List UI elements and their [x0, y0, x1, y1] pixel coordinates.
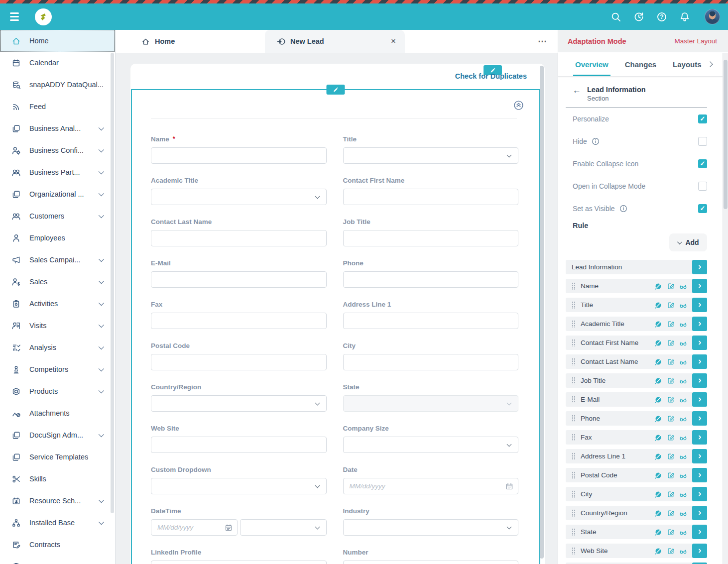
open-details-button[interactable]: [692, 430, 707, 445]
tab-home[interactable]: Home: [141, 37, 175, 46]
sidebar-item-business-part[interactable]: Business Part...: [0, 161, 115, 183]
hide-icon[interactable]: [654, 339, 662, 347]
chevron-down-icon[interactable]: [99, 125, 104, 130]
sidebar-item-installed-base[interactable]: Installed Base: [0, 512, 115, 534]
menu-icon[interactable]: [10, 11, 23, 22]
info-icon[interactable]: [619, 205, 627, 213]
chevron-down-icon[interactable]: [99, 497, 104, 503]
chevron-down-icon[interactable]: [99, 213, 104, 218]
hide-icon[interactable]: [654, 509, 662, 517]
history-icon[interactable]: [633, 11, 645, 23]
edit-icon[interactable]: [667, 282, 675, 290]
check-for-duplicates-button[interactable]: Check for Duplicates: [455, 72, 527, 80]
open-in-collapse-mode-checkbox[interactable]: [698, 182, 707, 191]
open-details-button[interactable]: [692, 279, 707, 293]
custom-dropdown-select[interactable]: [151, 478, 327, 494]
add-rule-button[interactable]: Add: [669, 233, 707, 251]
hide-icon[interactable]: [654, 358, 662, 366]
drag-handle-icon[interactable]: [572, 301, 576, 309]
tab-new-lead[interactable]: New Lead ×: [265, 30, 405, 53]
user-avatar[interactable]: [705, 9, 720, 24]
country-region-select[interactable]: [151, 395, 327, 412]
edit-icon[interactable]: [667, 452, 675, 460]
sidebar-item-business-confi[interactable]: Business Confi...: [0, 139, 115, 161]
drag-handle-icon[interactable]: [572, 452, 576, 460]
address-line-1-input[interactable]: [343, 313, 519, 329]
edit-icon[interactable]: [667, 434, 675, 442]
sidebar-item-activities[interactable]: Activities: [0, 293, 115, 315]
city-input[interactable]: [343, 354, 519, 370]
open-details-button[interactable]: [692, 392, 707, 407]
sidebar-item-employees[interactable]: Employees: [0, 227, 115, 249]
drag-handle-icon[interactable]: [572, 396, 576, 403]
date-input[interactable]: MM/dd/yyyy: [343, 478, 519, 494]
chevron-down-icon[interactable]: [99, 147, 104, 152]
set-as-visible-checkbox[interactable]: ✓: [698, 204, 707, 213]
preview-icon[interactable]: [679, 301, 687, 309]
open-details-button[interactable]: [692, 487, 707, 501]
sidebar-item-feed[interactable]: Feed: [0, 96, 115, 117]
sidebar-item-home[interactable]: Home: [0, 30, 115, 52]
chevron-down-icon[interactable]: [99, 322, 104, 328]
chevron-down-icon[interactable]: [99, 191, 104, 196]
chevron-down-icon[interactable]: [99, 278, 104, 284]
preview-icon[interactable]: [679, 471, 687, 479]
preview-icon[interactable]: [679, 339, 687, 347]
open-details-button[interactable]: [692, 260, 707, 274]
sidebar-item-visits[interactable]: Visits: [0, 315, 115, 337]
edit-icon[interactable]: [667, 301, 675, 309]
tab-changes[interactable]: Changes: [625, 52, 656, 76]
drag-handle-icon[interactable]: [572, 547, 576, 555]
tab-overview[interactable]: Overview: [575, 52, 608, 76]
preview-icon[interactable]: [679, 282, 687, 290]
number-input[interactable]: [343, 561, 519, 564]
preview-icon[interactable]: [679, 547, 687, 555]
drag-handle-icon[interactable]: [572, 509, 576, 517]
back-arrow-icon[interactable]: ←: [573, 86, 581, 102]
hide-icon[interactable]: [654, 282, 662, 290]
info-icon[interactable]: [592, 137, 600, 145]
hide-icon[interactable]: [654, 452, 662, 460]
contact-first-name-input[interactable]: [343, 189, 519, 205]
adapt-edit-section-button[interactable]: [327, 85, 345, 95]
drag-handle-icon[interactable]: [572, 434, 576, 441]
hide-icon[interactable]: [654, 396, 662, 404]
preview-icon[interactable]: [679, 490, 687, 498]
chevron-down-icon[interactable]: [99, 256, 104, 262]
hide-icon[interactable]: [654, 434, 662, 442]
open-details-button[interactable]: [692, 336, 707, 350]
drag-handle-icon[interactable]: [572, 490, 576, 498]
tab-layouts[interactable]: Layouts: [673, 52, 702, 76]
sidebar-item-contracts[interactable]: Contracts: [0, 534, 115, 556]
calendar-icon[interactable]: [225, 524, 233, 532]
hide-icon[interactable]: [654, 547, 662, 555]
edit-icon[interactable]: [667, 396, 675, 404]
contact-last-name-input[interactable]: [151, 230, 327, 246]
hide-icon[interactable]: [654, 320, 662, 328]
sidebar-scrollbar[interactable]: [111, 53, 114, 513]
hide-icon[interactable]: [654, 528, 662, 536]
sidebar-item-surveys[interactable]: Surveys: [0, 556, 115, 564]
close-icon[interactable]: ×: [391, 36, 396, 46]
master-layout-link[interactable]: Master Layout: [674, 37, 717, 45]
open-details-button[interactable]: [692, 468, 707, 482]
drag-handle-icon[interactable]: [572, 471, 576, 479]
edit-icon[interactable]: [667, 471, 675, 479]
chevron-down-icon[interactable]: [99, 388, 104, 393]
preview-icon[interactable]: [679, 452, 687, 460]
postal-code-input[interactable]: [151, 354, 327, 370]
sidebar-item-calendar[interactable]: Calendar: [0, 52, 115, 74]
search-icon[interactable]: [610, 11, 622, 23]
personalize-checkbox[interactable]: ✓: [698, 114, 707, 123]
app-logo[interactable]: [35, 8, 52, 25]
edit-icon[interactable]: [667, 339, 675, 347]
hide-checkbox[interactable]: [698, 137, 707, 146]
hide-icon[interactable]: [654, 301, 662, 309]
hide-icon[interactable]: [654, 471, 662, 479]
phone-input[interactable]: [343, 271, 519, 288]
name-input[interactable]: [151, 147, 327, 164]
tab-overflow-menu[interactable]: ⋯: [538, 30, 548, 53]
help-icon[interactable]: ?: [656, 11, 668, 23]
drag-handle-icon[interactable]: [572, 377, 576, 384]
academic-title-select[interactable]: [151, 189, 327, 205]
